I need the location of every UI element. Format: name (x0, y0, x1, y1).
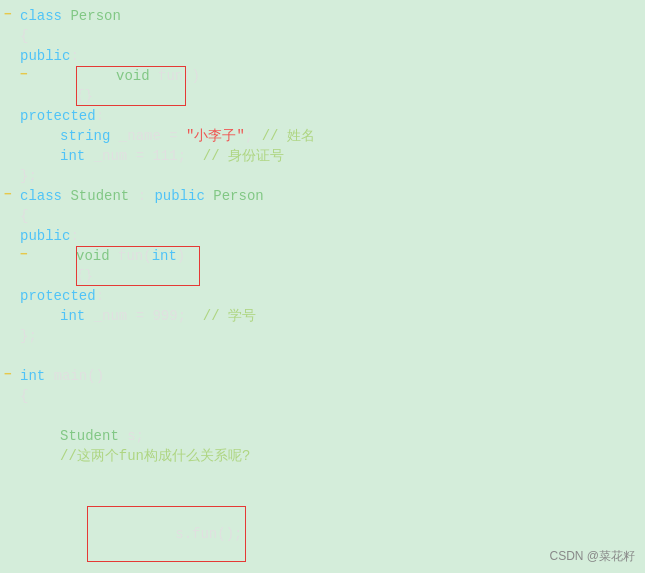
gutter-21 (0, 406, 16, 407)
gutter-9 (0, 166, 16, 167)
gutter-6 (0, 106, 16, 107)
gutter-19: − (0, 366, 16, 382)
line-20: { (0, 386, 645, 406)
line-7: string _name = "小李子"; // 姓名 (0, 126, 645, 146)
gutter-20 (0, 386, 16, 387)
line-content-2: { (16, 26, 645, 46)
line-content-22: Student s; (16, 426, 645, 446)
watermark: CSDN @菜花籽 (549, 548, 635, 565)
line-content-7: string _name = "小李子"; // 姓名 (16, 126, 645, 146)
gutter-17 (0, 326, 16, 327)
line-24: s.fun(); (0, 466, 645, 573)
line-content-13: void fun(int) (32, 246, 645, 266)
line-19: − int main() (0, 366, 645, 386)
gutter-10: − (0, 186, 16, 202)
gutter-23 (0, 446, 16, 447)
gutter-13: − (16, 246, 32, 262)
gutter-4: − (16, 66, 32, 82)
line-content-10: class Student : public Person (16, 186, 645, 206)
line-content-20: { (16, 386, 645, 406)
code-editor: − class Person { public: − void fun() {}… (0, 0, 645, 573)
line-content-3: public: (16, 46, 645, 66)
line-content-9: }; (16, 166, 645, 186)
line-content-16: int _num = 999; // 学号 (16, 306, 645, 326)
gutter-14 (16, 266, 32, 267)
line-14: {} (16, 266, 645, 286)
line-21 (0, 406, 645, 426)
gutter-22 (0, 426, 16, 427)
gutter-8 (0, 146, 16, 147)
line-6: protected: (0, 106, 645, 126)
line-4: − void fun() (16, 66, 645, 86)
line-16: int _num = 999; // 学号 (0, 306, 645, 326)
line-content-12: public: (16, 226, 645, 246)
gutter-1: − (0, 6, 16, 22)
line-content-15: protected: (16, 286, 645, 306)
line-content-5: {} (32, 86, 645, 106)
gutter-16 (0, 306, 16, 307)
line-10: − class Student : public Person (0, 186, 645, 206)
line-content-8: int _num = 111; // 身份证号 (16, 146, 645, 166)
gutter-5 (16, 86, 32, 87)
line-3: public: (0, 46, 645, 66)
line-1: − class Person (0, 6, 645, 26)
line-12: public: (0, 226, 645, 246)
gutter-2 (0, 26, 16, 27)
line-2: { (0, 26, 645, 46)
gutter-11 (0, 206, 16, 207)
line-content-17: }; (16, 326, 645, 346)
line-8: int _num = 111; // 身份证号 (0, 146, 645, 166)
line-15: protected: (0, 286, 645, 306)
line-18 (0, 346, 645, 366)
line-9: }; (0, 166, 645, 186)
line-22: Student s; (0, 426, 645, 446)
gutter-15 (0, 286, 16, 287)
line-content-23: //这两个fun构成什么关系呢? (16, 446, 645, 466)
gutter-7 (0, 126, 16, 127)
line-content-19: int main() (16, 366, 645, 386)
gutter-3 (0, 46, 16, 47)
line-5: {} (16, 86, 645, 106)
gutter-18 (0, 346, 16, 347)
line-17: }; (0, 326, 645, 346)
line-11: { (0, 206, 645, 226)
line-content-1: class Person (16, 6, 645, 26)
line-content-11: { (16, 206, 645, 226)
line-content-14: {} (32, 266, 645, 286)
line-23: //这两个fun构成什么关系呢? (0, 446, 645, 466)
line-content-4: void fun() (32, 66, 645, 86)
gutter-12 (0, 226, 16, 227)
line-13: − void fun(int) (16, 246, 645, 266)
line-content-6: protected: (16, 106, 645, 126)
gutter-24 (0, 466, 16, 467)
